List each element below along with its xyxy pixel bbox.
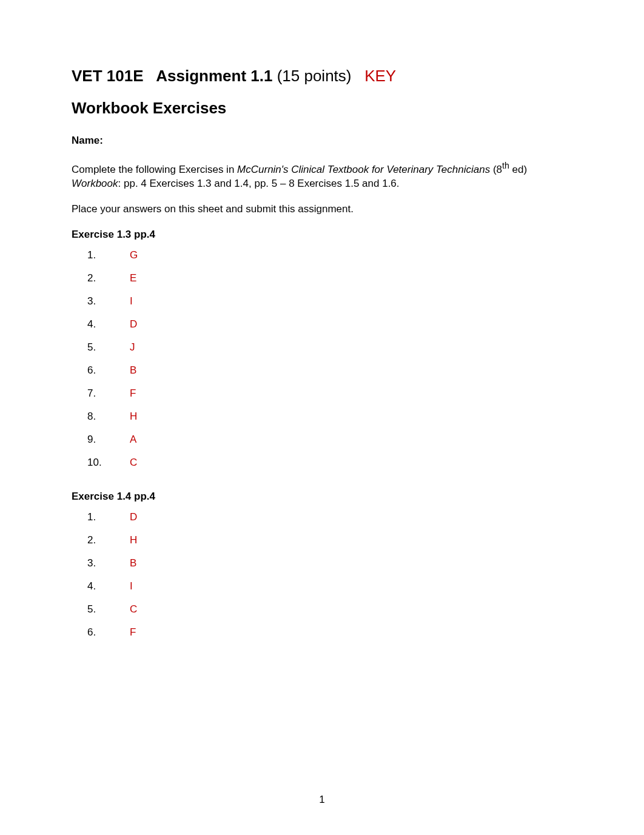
list-item: 1.D: [87, 511, 572, 523]
answer-value: I: [130, 580, 133, 592]
list-item: 4.I: [87, 580, 572, 592]
list-item: 2.H: [87, 534, 572, 546]
document-page: VET 101E Assignment 1.1 (15 points) KEY …: [0, 0, 644, 674]
answer-value: C: [130, 603, 137, 615]
answer-value: D: [130, 318, 137, 330]
list-item: 7.F: [87, 387, 572, 400]
exercise-1-4-answers: 1.D 2.H 3.B 4.I 5.C 6.F: [72, 511, 572, 639]
answer-value: H: [130, 411, 137, 423]
instr1-edition-sup: th: [502, 161, 509, 170]
page-number: 1: [0, 794, 644, 806]
instr1-a: Complete the following Exercises in: [72, 164, 237, 175]
answer-number: 5.: [87, 341, 130, 354]
answer-value: D: [130, 511, 137, 523]
list-item: 5.J: [87, 341, 572, 354]
exercise-1-3-heading: Exercise 1.3 pp.4: [72, 229, 572, 241]
page-title: VET 101E Assignment 1.1 (15 points) KEY: [72, 67, 572, 86]
key-label: KEY: [364, 67, 396, 85]
list-item: 10.C: [87, 457, 572, 469]
instructions-paragraph-2: Place your answers on this sheet and sub…: [72, 202, 572, 216]
list-item: 6.B: [87, 364, 572, 377]
answer-number: 5.: [87, 603, 130, 615]
list-item: 2.E: [87, 272, 572, 284]
exercise-1-4-heading: Exercise 1.4 pp.4: [72, 491, 572, 503]
answer-value: G: [130, 249, 138, 261]
instr1-book-title: McCurnin's Clinical Textbook for Veterin…: [237, 164, 490, 175]
answer-number: 1.: [87, 249, 130, 261]
list-item: 8.H: [87, 411, 572, 423]
answer-value: E: [130, 272, 136, 284]
answer-value: F: [130, 387, 136, 400]
answer-number: 9.: [87, 434, 130, 446]
answer-number: 1.: [87, 511, 130, 523]
list-item: 1.G: [87, 249, 572, 261]
list-item: 3.B: [87, 557, 572, 569]
answer-number: 3.: [87, 557, 130, 569]
course-code: VET 101E: [72, 67, 144, 85]
answer-value: I: [130, 295, 133, 307]
list-item: 4.D: [87, 318, 572, 330]
list-item: 9.A: [87, 434, 572, 446]
list-item: 6.F: [87, 626, 572, 639]
answer-value: A: [130, 434, 136, 446]
answer-number: 8.: [87, 411, 130, 423]
answer-number: 2.: [87, 272, 130, 284]
answer-number: 6.: [87, 364, 130, 377]
instr1-e: ed): [509, 164, 527, 175]
answer-value: J: [130, 341, 135, 354]
name-field-label: Name:: [72, 135, 572, 147]
answer-value: B: [130, 364, 136, 377]
instr1-workbook-word: Workbook: [72, 178, 118, 189]
answer-value: C: [130, 457, 137, 469]
list-item: 5.C: [87, 603, 572, 615]
workbook-subtitle: Workbook Exercises: [72, 99, 572, 118]
answer-number: 4.: [87, 318, 130, 330]
points-text: (15 points): [277, 67, 352, 85]
answer-number: 10.: [87, 457, 130, 469]
answer-number: 3.: [87, 295, 130, 307]
answer-number: 2.: [87, 534, 130, 546]
instr1-g: : pp. 4 Exercises 1.3 and 1.4, pp. 5 – 8…: [118, 178, 400, 189]
answer-number: 7.: [87, 387, 130, 400]
answer-number: 4.: [87, 580, 130, 592]
answer-value: B: [130, 557, 136, 569]
answer-number: 6.: [87, 626, 130, 639]
answer-value: H: [130, 534, 137, 546]
instr1-c: (8: [490, 164, 502, 175]
list-item: 3.I: [87, 295, 572, 307]
assignment-number: Assignment 1.1: [156, 67, 272, 85]
answer-value: F: [130, 626, 136, 639]
instructions-paragraph-1: Complete the following Exercises in McCu…: [72, 160, 572, 191]
exercise-1-3-answers: 1.G 2.E 3.I 4.D 5.J 6.B 7.F 8.H 9.A 10.C: [72, 249, 572, 469]
